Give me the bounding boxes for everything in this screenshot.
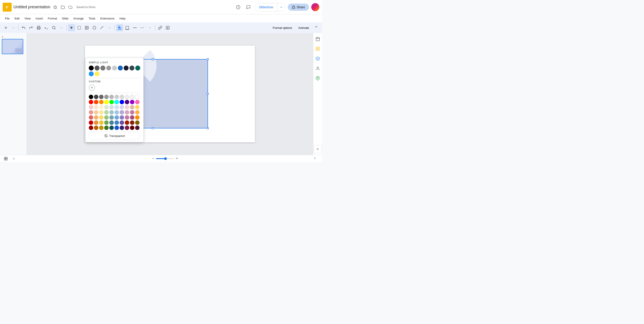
palette-swatch-5-8[interactable] <box>130 120 134 125</box>
simple-light-swatch-9[interactable] <box>89 71 94 76</box>
palette-swatch-3-2[interactable] <box>99 110 104 115</box>
palette-swatch-1-4[interactable] <box>109 100 114 104</box>
slide-thumbnail-1[interactable] <box>2 39 23 54</box>
palette-swatch-5-5[interactable] <box>114 120 119 125</box>
palette-swatch-1-9[interactable] <box>135 100 140 104</box>
palette-swatch-4-1[interactable] <box>94 115 98 120</box>
palette-swatch-3-8[interactable] <box>130 110 134 115</box>
palette-swatch-4-0[interactable] <box>89 115 93 120</box>
simple-light-swatch-7[interactable] <box>130 66 134 71</box>
cloud-icon[interactable] <box>67 4 74 10</box>
palette-swatch-1-1[interactable] <box>94 100 98 104</box>
simple-light-swatch-10[interactable] <box>94 71 100 76</box>
palette-swatch-1-6[interactable] <box>120 100 124 104</box>
palette-swatch-1-5[interactable] <box>114 100 119 104</box>
palette-swatch-4-6[interactable] <box>120 115 124 120</box>
palette-swatch-2-5[interactable] <box>114 105 119 109</box>
palette-swatch-0-4[interactable] <box>109 95 114 99</box>
toolbar-collapse-button[interactable] <box>312 24 320 31</box>
palette-swatch-4-3[interactable] <box>104 115 109 120</box>
alt-text-button[interactable] <box>164 24 171 31</box>
palette-swatch-2-3[interactable] <box>104 105 109 109</box>
border-dash-dropdown[interactable] <box>146 24 154 31</box>
add-plugin-icon[interactable] <box>314 145 322 153</box>
palette-swatch-5-6[interactable] <box>120 120 124 125</box>
palette-swatch-2-8[interactable] <box>130 105 134 109</box>
notes-icon[interactable] <box>314 45 322 53</box>
menu-format[interactable]: Format <box>46 16 59 21</box>
panel-toggle-button[interactable] <box>11 156 17 162</box>
redo-button[interactable] <box>28 24 35 31</box>
add-dropdown[interactable] <box>10 24 17 31</box>
palette-swatch-0-6[interactable] <box>120 95 124 99</box>
menu-view[interactable]: View <box>22 16 33 21</box>
palette-swatch-2-4[interactable] <box>109 105 114 109</box>
line-dropdown[interactable] <box>106 24 113 31</box>
simple-light-swatch-8[interactable] <box>135 66 140 71</box>
select-all-tool[interactable] <box>76 24 83 31</box>
palette-swatch-6-1[interactable] <box>94 126 98 130</box>
animate-button[interactable]: Animate <box>296 24 312 31</box>
format-options-button[interactable]: Format options <box>270 24 295 31</box>
add-custom-color-button[interactable]: + <box>89 85 95 91</box>
menu-file[interactable]: File <box>3 16 12 21</box>
simple-light-swatch-3[interactable] <box>106 66 111 71</box>
simple-light-swatch-6[interactable] <box>124 66 128 71</box>
palette-swatch-6-4[interactable] <box>109 126 114 130</box>
palette-swatch-6-8[interactable] <box>130 126 134 130</box>
transparent-button[interactable]: Transparent <box>89 132 140 140</box>
user-avatar[interactable] <box>311 3 319 11</box>
palette-swatch-0-2[interactable] <box>99 95 104 99</box>
print-button[interactable] <box>35 24 42 31</box>
scroll-right-btn[interactable] <box>313 156 317 161</box>
slideshow-button[interactable]: Slideshow <box>255 4 277 11</box>
select-tool[interactable] <box>68 24 75 31</box>
palette-swatch-0-1[interactable] <box>94 95 98 99</box>
share-button[interactable]: Share <box>288 4 309 11</box>
simple-light-swatch-1[interactable] <box>94 66 100 71</box>
palette-swatch-6-7[interactable] <box>125 126 129 130</box>
palette-swatch-2-1[interactable] <box>94 105 98 109</box>
palette-swatch-2-9[interactable] <box>135 105 140 109</box>
spellcheck-button[interactable]: A <box>43 24 50 31</box>
menu-slide[interactable]: Slide <box>60 16 71 21</box>
zoom-slider-thumb[interactable] <box>164 157 167 160</box>
palette-swatch-0-8[interactable] <box>130 95 134 99</box>
menu-edit[interactable]: Edit <box>12 16 22 21</box>
undo-button[interactable] <box>20 24 27 31</box>
document-title[interactable]: Untitled presentation <box>14 5 50 10</box>
zoom-in-icon[interactable]: + <box>176 156 178 161</box>
menu-arrange[interactable]: Arrange <box>71 16 86 21</box>
palette-swatch-4-9[interactable] <box>135 115 140 120</box>
palette-swatch-0-7[interactable] <box>125 95 129 99</box>
palette-swatch-0-0[interactable] <box>89 95 93 99</box>
palette-swatch-3-4[interactable] <box>109 110 114 115</box>
palette-swatch-6-9[interactable] <box>135 126 140 130</box>
palette-swatch-6-2[interactable] <box>99 126 104 130</box>
grid-view-button[interactable] <box>3 156 9 162</box>
palette-swatch-3-1[interactable] <box>94 110 98 115</box>
slideshow-dropdown-arrow[interactable] <box>277 3 285 11</box>
menu-help[interactable]: Help <box>117 16 128 21</box>
palette-swatch-3-6[interactable] <box>120 110 124 115</box>
palette-swatch-4-8[interactable] <box>130 115 134 120</box>
palette-swatch-3-9[interactable] <box>135 110 140 115</box>
palette-swatch-3-3[interactable] <box>104 110 109 115</box>
palette-swatch-3-0[interactable] <box>89 110 93 115</box>
add-button[interactable] <box>2 24 10 31</box>
shape-tool[interactable] <box>91 24 98 31</box>
palette-swatch-0-5[interactable] <box>114 95 119 99</box>
star-icon[interactable] <box>52 4 58 10</box>
palette-swatch-5-3[interactable] <box>104 120 109 125</box>
simple-light-swatch-2[interactable] <box>100 66 105 71</box>
palette-swatch-1-2[interactable] <box>99 100 104 104</box>
palette-swatch-3-5[interactable] <box>114 110 119 115</box>
border-weight-button[interactable] <box>131 24 138 31</box>
fill-color-button[interactable] <box>116 24 123 31</box>
zoom-dropdown[interactable] <box>58 24 65 31</box>
folder-icon[interactable] <box>60 4 66 10</box>
comments-button[interactable] <box>244 3 252 11</box>
palette-swatch-5-7[interactable] <box>125 120 129 125</box>
tasks-icon[interactable] <box>314 55 322 63</box>
palette-swatch-4-2[interactable] <box>99 115 104 120</box>
